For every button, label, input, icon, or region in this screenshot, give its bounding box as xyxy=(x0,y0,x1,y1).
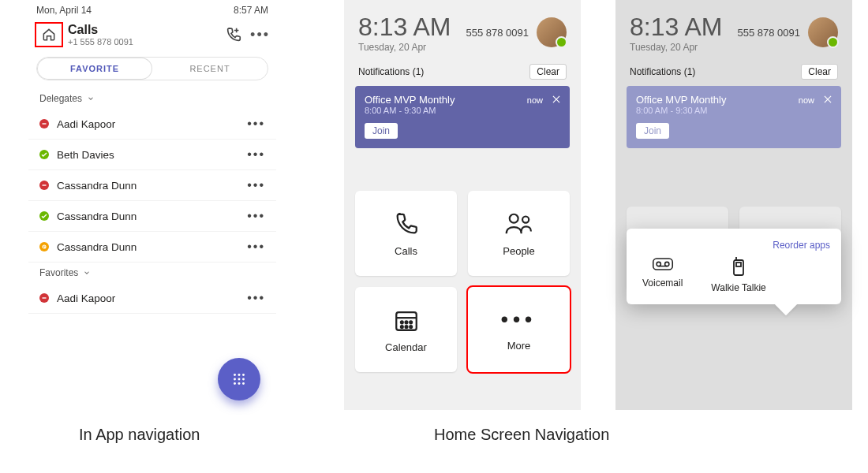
people-icon xyxy=(504,210,534,237)
more-icon[interactable]: ••• xyxy=(247,209,265,223)
svg-rect-1 xyxy=(43,184,47,185)
notification-now: now xyxy=(799,95,814,105)
contact-name: Aadi Kapoor xyxy=(57,292,115,304)
presence-red-icon xyxy=(39,119,49,128)
svg-point-10 xyxy=(234,382,236,385)
tile-calendar[interactable]: Calendar xyxy=(355,287,457,372)
more-icon[interactable]: ••• xyxy=(247,117,265,131)
tab-recent[interactable]: RECENT xyxy=(152,58,268,80)
presence-red-icon xyxy=(39,181,49,190)
clear-button[interactable]: Clear xyxy=(529,64,567,80)
tabs: FAVORITE RECENT xyxy=(36,57,268,80)
caption-home-screen: Home Screen Navigation xyxy=(434,426,609,444)
notification-card[interactable]: Office MVP Monthly 8:00 AM - 9:30 AM now… xyxy=(627,86,841,148)
close-icon[interactable] xyxy=(551,94,562,105)
calendar-icon xyxy=(393,307,420,333)
status-date: Mon, April 14 xyxy=(36,5,92,16)
home-screen-panel-more-open: 8:13 AM Tuesday, 20 Apr 555 878 0091 Not… xyxy=(615,0,852,410)
join-button[interactable]: Join xyxy=(365,123,398,139)
home-icon[interactable] xyxy=(41,27,57,43)
status-time: 8:57 AM xyxy=(234,5,268,16)
svg-point-11 xyxy=(238,382,241,385)
tile-more[interactable]: ••• More xyxy=(468,287,570,372)
notification-subtitle: 8:00 AM - 9:30 AM xyxy=(365,106,560,115)
more-popover: Reorder apps Voicemail Walkie Talkie xyxy=(627,229,841,304)
presence-red-icon xyxy=(39,293,49,303)
in-app-navigation-panel: Mon, April 14 8:57 AM Calls +1 555 878 0… xyxy=(28,0,276,410)
contact-row[interactable]: Cassandra Dunn••• xyxy=(28,232,276,263)
more-icon[interactable]: ••• xyxy=(250,27,270,43)
notification-now: now xyxy=(527,95,543,105)
svg-point-16 xyxy=(400,321,402,323)
svg-point-18 xyxy=(410,321,412,323)
phone-icon xyxy=(393,210,420,237)
popover-item-voicemail[interactable]: Voicemail xyxy=(642,255,683,293)
svg-point-4 xyxy=(234,374,236,376)
svg-point-19 xyxy=(400,326,402,328)
notifications-label: Notifications (1) xyxy=(358,66,424,77)
svg-point-13 xyxy=(509,214,518,222)
svg-point-24 xyxy=(664,262,668,266)
contact-row[interactable]: Beth Davies••• xyxy=(28,140,276,170)
svg-point-12 xyxy=(242,382,245,385)
svg-rect-3 xyxy=(43,297,47,298)
presence-green-icon xyxy=(39,211,49,221)
chevron-down-icon xyxy=(83,269,91,277)
svg-point-6 xyxy=(242,374,245,376)
more-icon[interactable]: ••• xyxy=(247,240,265,254)
svg-point-20 xyxy=(405,326,407,328)
voicemail-icon xyxy=(652,255,674,273)
chevron-down-icon xyxy=(87,95,95,102)
section-delegates[interactable]: Delegates xyxy=(28,88,276,109)
svg-point-7 xyxy=(234,378,236,381)
svg-point-8 xyxy=(238,378,241,381)
caption-in-app: In App navigation xyxy=(79,426,200,444)
svg-rect-0 xyxy=(43,123,47,124)
avatar[interactable] xyxy=(808,17,838,47)
svg-point-21 xyxy=(410,326,412,328)
tile-calls[interactable]: Calls xyxy=(355,191,457,276)
contact-name: Aadi Kapoor xyxy=(57,118,115,130)
add-call-icon[interactable] xyxy=(225,26,242,43)
more-icon: ••• xyxy=(501,307,537,332)
page-subtitle-phone: +1 555 878 0091 xyxy=(68,37,133,47)
avatar[interactable] xyxy=(537,17,567,47)
home-button-highlight xyxy=(35,22,63,47)
svg-point-17 xyxy=(405,321,407,323)
contact-row[interactable]: Aadi Kapoor••• xyxy=(28,283,276,314)
notification-subtitle: 8:00 AM - 9:30 AM xyxy=(636,106,832,115)
svg-point-23 xyxy=(657,262,660,266)
close-icon[interactable] xyxy=(822,94,833,105)
more-icon[interactable]: ••• xyxy=(247,291,265,305)
clear-button[interactable]: Clear xyxy=(801,64,838,80)
notification-card[interactable]: Office MVP Monthly 8:00 AM - 9:30 AM now… xyxy=(355,86,570,148)
contact-name: Cassandra Dunn xyxy=(57,210,137,222)
popover-item-walkie-talkie[interactable]: Walkie Talkie xyxy=(711,255,765,293)
tile-people[interactable]: People xyxy=(468,191,570,276)
dialpad-button[interactable] xyxy=(218,358,260,400)
contact-row[interactable]: Cassandra Dunn••• xyxy=(28,201,276,232)
svg-point-14 xyxy=(522,216,529,222)
join-button[interactable]: Join xyxy=(636,123,669,139)
home-screen-panel: 8:13 AM Tuesday, 20 Apr 555 878 0091 Not… xyxy=(344,0,581,410)
svg-rect-26 xyxy=(736,263,741,266)
svg-point-9 xyxy=(242,378,245,381)
contact-name: Beth Davies xyxy=(57,149,114,161)
status-bar: Mon, April 14 8:57 AM xyxy=(28,0,276,19)
section-favorites[interactable]: Favorites xyxy=(28,263,276,283)
tab-favorite[interactable]: FAVORITE xyxy=(37,58,152,80)
contact-row[interactable]: Cassandra Dunn••• xyxy=(28,170,276,201)
reorder-apps-link[interactable]: Reorder apps xyxy=(638,240,830,251)
header-phone: 555 878 0091 xyxy=(466,27,529,39)
page-title: Calls xyxy=(68,23,133,37)
notifications-label: Notifications (1) xyxy=(630,66,695,77)
calls-header: Calls +1 555 878 0091 ••• xyxy=(28,19,276,50)
more-icon[interactable]: ••• xyxy=(247,178,265,192)
contact-row[interactable]: Aadi Kapoor••• xyxy=(28,109,276,140)
walkie-talkie-icon xyxy=(730,255,747,277)
presence-green-icon xyxy=(39,150,49,159)
contact-name: Cassandra Dunn xyxy=(57,180,137,192)
more-icon[interactable]: ••• xyxy=(247,147,265,162)
header-phone: 555 878 0091 xyxy=(737,27,800,39)
svg-point-5 xyxy=(238,374,241,376)
